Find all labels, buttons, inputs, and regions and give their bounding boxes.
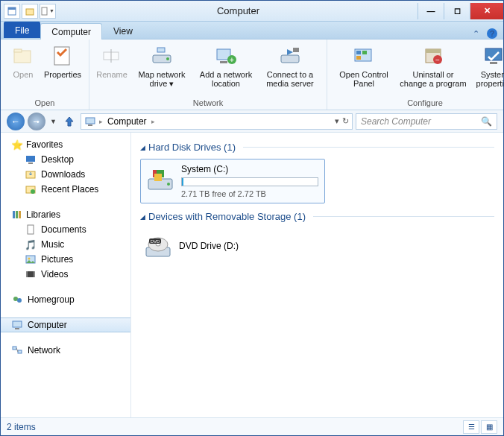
tab-computer[interactable]: Computer (40, 23, 102, 40)
svg-rect-20 (356, 51, 361, 54)
sidebar-downloads[interactable]: Downloads (1, 167, 130, 182)
sidebar-desktop[interactable]: Desktop (1, 152, 130, 167)
svg-point-53 (167, 183, 170, 186)
up-button[interactable] (61, 113, 78, 130)
address-dropdown-icon[interactable]: ▾ (335, 116, 339, 126)
open-control-panel-button[interactable]: Open Control Panel (332, 42, 396, 97)
help-icon[interactable]: ? (487, 28, 497, 39)
videos-icon (25, 268, 37, 280)
drive-free-text: 2.71 TB free of 2.72 TB (181, 189, 318, 198)
sidebar-network[interactable]: Network (1, 343, 130, 358)
window-controls: — ◻ ✕ (418, 3, 503, 19)
properties-icon (51, 44, 75, 68)
svg-rect-30 (88, 124, 92, 126)
system-properties-button[interactable]: System properties (470, 42, 504, 97)
svg-marker-17 (287, 49, 293, 55)
ribbon-tabs: File Computer View ⌃ ? (1, 22, 503, 40)
group-network-label: Network (89, 97, 327, 110)
tab-file[interactable]: File (4, 22, 40, 38)
drive-name: System (C:) (181, 164, 318, 174)
svg-rect-28 (490, 62, 497, 64)
svg-text:+: + (230, 56, 234, 64)
dvd-drive-icon: DVD (143, 231, 173, 261)
sidebar-pictures[interactable]: Pictures (1, 252, 130, 267)
forward-button[interactable]: → (28, 113, 45, 130)
add-network-location-button[interactable]: + Add a network location (194, 42, 258, 97)
pictures-icon (25, 253, 37, 265)
svg-rect-32 (28, 162, 33, 164)
uninstall-icon: − (421, 44, 445, 68)
svg-rect-37 (16, 211, 18, 218)
sidebar-favorites[interactable]: ⭐Favorites (1, 137, 130, 152)
maximize-button[interactable]: ◻ (444, 3, 470, 19)
properties-button[interactable]: Properties (41, 42, 84, 97)
svg-rect-43 (26, 271, 28, 277)
explorer-window: ▼ Computer — ◻ ✕ File Computer View ⌃ ? … (0, 0, 504, 436)
rename-icon (100, 44, 124, 68)
uninstall-program-button[interactable]: − Uninstall or change a program (396, 42, 470, 97)
sidebar-libraries[interactable]: Libraries (1, 207, 130, 222)
svg-rect-39 (28, 225, 34, 234)
svg-point-46 (17, 298, 22, 303)
sidebar-computer[interactable]: Computer (1, 317, 130, 332)
breadcrumb-sep-icon[interactable]: ▸ (99, 118, 103, 125)
minimize-ribbon-icon[interactable]: ⌃ (470, 28, 481, 39)
minimize-button[interactable]: — (418, 3, 444, 19)
qat-new-folder-icon[interactable] (22, 4, 38, 19)
svg-rect-31 (26, 156, 35, 162)
collapse-icon: ◢ (140, 213, 145, 221)
rename-button[interactable]: Rename (94, 42, 130, 97)
svg-rect-16 (281, 55, 299, 63)
navigation-pane: ⭐Favorites Desktop Downloads Recent Plac… (1, 133, 131, 417)
refresh-icon[interactable]: ↻ (342, 116, 349, 126)
drive-system-c[interactable]: System (C:) 2.71 TB free of 2.72 TB (140, 159, 325, 203)
svg-rect-44 (34, 271, 35, 277)
open-icon (11, 44, 35, 68)
svg-rect-48 (15, 328, 19, 329)
qat-properties-icon[interactable] (4, 4, 20, 19)
connect-media-server-button[interactable]: Connect to a media server (258, 42, 322, 97)
svg-point-35 (31, 189, 35, 194)
item-count: 2 items (7, 422, 36, 432)
svg-rect-6 (54, 47, 69, 65)
sidebar-recent-places[interactable]: Recent Places (1, 182, 130, 197)
computer-icon (84, 116, 96, 127)
sidebar-videos[interactable]: Videos (1, 267, 130, 282)
open-button[interactable]: Open (5, 42, 41, 97)
svg-point-10 (166, 57, 169, 60)
history-dropdown-icon[interactable]: ▼ (48, 118, 58, 125)
back-button[interactable]: ← (7, 113, 25, 130)
group-open-label: Open (1, 97, 89, 110)
search-input[interactable]: Search Computer 🔍 (356, 113, 497, 130)
system-icon (482, 44, 504, 68)
group-configure-label: Configure (327, 97, 504, 110)
breadcrumb-root[interactable]: Computer (106, 116, 148, 127)
map-network-drive-button[interactable]: Map network drive ▾ (130, 42, 194, 97)
tab-view[interactable]: View (102, 22, 144, 39)
breadcrumb-sep-icon[interactable]: ▸ (151, 118, 155, 125)
sidebar-music[interactable]: 🎵Music (1, 237, 130, 252)
window-title: Computer (59, 5, 418, 16)
ribbon: Open Properties Open Rename Map network … (1, 40, 503, 110)
search-placeholder: Search Computer (361, 116, 431, 127)
svg-rect-38 (19, 211, 21, 218)
drive-dvd-d[interactable]: DVD DVD Drive (D:) (140, 228, 494, 264)
details-view-button[interactable]: ☰ (463, 420, 479, 434)
hdd-section-header[interactable]: ◢ Hard Disk Drives (1) (140, 142, 494, 153)
downloads-icon (25, 168, 37, 180)
svg-rect-36 (13, 211, 15, 218)
qat-customize-icon[interactable]: ▼ (40, 4, 56, 19)
sidebar-documents[interactable]: Documents (1, 222, 130, 237)
svg-rect-56 (154, 174, 162, 181)
sidebar-homegroup[interactable]: Homegroup (1, 292, 130, 307)
address-bar[interactable]: ▸ Computer ▸ ▾ ↻ (81, 113, 353, 130)
svg-rect-11 (157, 48, 165, 52)
icons-view-button[interactable]: ▦ (481, 420, 497, 434)
close-button[interactable]: ✕ (470, 3, 503, 19)
network-icon (11, 344, 23, 356)
media-server-icon (278, 44, 302, 68)
desktop-icon (25, 154, 37, 165)
removable-section-header[interactable]: ◢ Devices with Removable Storage (1) (140, 211, 494, 222)
svg-text:DVD: DVD (151, 239, 160, 244)
svg-rect-47 (13, 321, 22, 327)
